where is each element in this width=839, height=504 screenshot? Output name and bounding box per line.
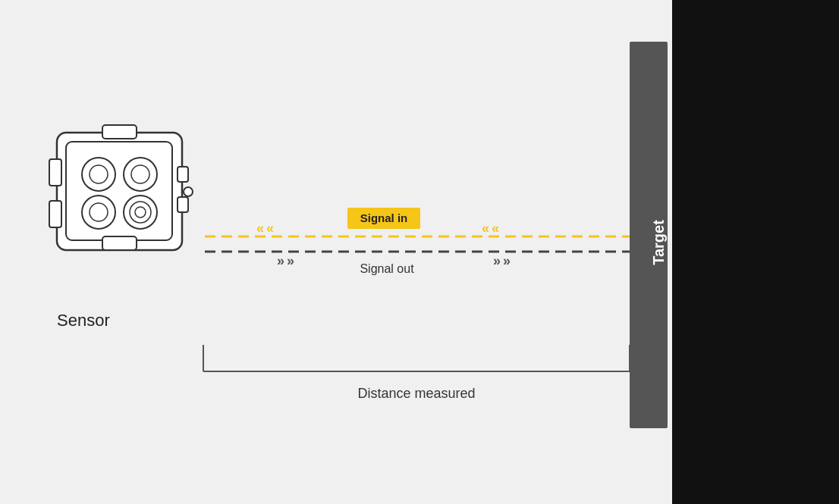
svg-rect-3: [49, 159, 61, 186]
svg-text:«: «: [266, 221, 274, 236]
signal-out-text: Signal out: [360, 262, 414, 275]
svg-point-14: [124, 196, 157, 229]
svg-rect-7: [102, 236, 137, 250]
svg-point-11: [131, 165, 149, 183]
svg-point-13: [90, 203, 108, 221]
svg-point-9: [90, 165, 108, 183]
target-bar: [630, 42, 668, 428]
svg-text:»: »: [493, 253, 501, 268]
svg-text:»: »: [503, 253, 511, 268]
diagram-container: Target: [0, 0, 839, 504]
svg-rect-4: [49, 201, 61, 227]
distance-label: Distance measured: [357, 386, 475, 401]
svg-rect-2: [102, 125, 137, 139]
svg-point-12: [82, 196, 115, 229]
svg-point-17: [184, 187, 193, 196]
svg-text:»: »: [277, 253, 284, 268]
svg-point-15: [130, 202, 151, 223]
svg-rect-1: [66, 142, 172, 240]
target-label: Target: [650, 220, 667, 265]
svg-rect-6: [178, 197, 188, 212]
right-panel: [672, 0, 839, 504]
svg-text:«: «: [482, 221, 489, 236]
svg-text:«: «: [256, 221, 264, 236]
svg-point-8: [82, 158, 115, 191]
svg-rect-5: [178, 167, 188, 182]
signal-in-box: [347, 208, 420, 229]
svg-text:«: «: [492, 221, 499, 236]
svg-point-10: [124, 158, 157, 191]
signal-in-text: Signal in: [360, 211, 408, 224]
svg-text:»: »: [287, 253, 294, 268]
sensor-label: Sensor: [57, 311, 110, 330]
svg-rect-0: [57, 133, 182, 250]
svg-point-16: [135, 207, 146, 218]
